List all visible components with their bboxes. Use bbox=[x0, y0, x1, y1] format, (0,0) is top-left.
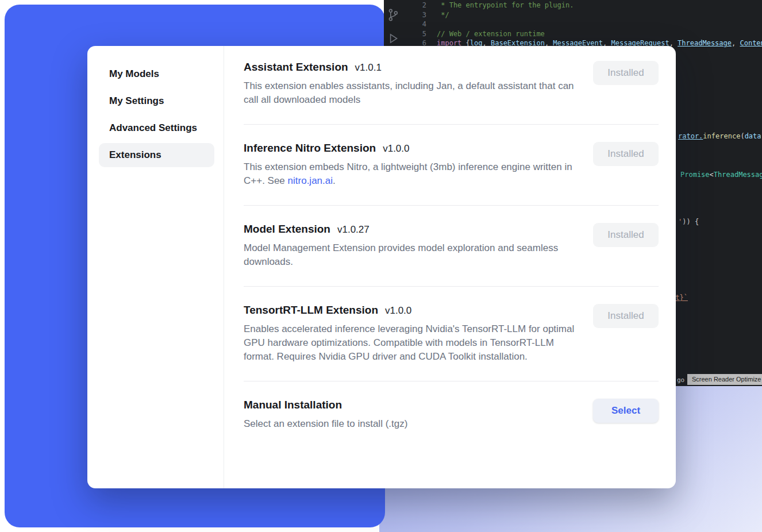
sidebar-item-extensions[interactable]: Extensions bbox=[99, 143, 214, 167]
installed-button[interactable]: Installed bbox=[593, 61, 659, 85]
nitro-jan-ai-link[interactable]: nitro.jan.ai bbox=[288, 175, 333, 186]
installed-button[interactable]: Installed bbox=[593, 304, 659, 328]
extension-description: This extension embeds Nitro, a lightweig… bbox=[244, 160, 576, 188]
extension-section-model: Model Extension v1.0.27 Model Management… bbox=[244, 206, 659, 287]
code-fragment: ')) { bbox=[678, 218, 699, 226]
extensions-list: Assistant Extension v1.0.1 This extensio… bbox=[224, 46, 676, 488]
extension-info: Inference Nitro Extension v1.0.0 This ex… bbox=[244, 142, 576, 188]
extension-section-tensorrt-llm: TensortRT-LLM Extension v1.0.0 Enables a… bbox=[244, 287, 659, 381]
extension-version: v1.0.1 bbox=[355, 62, 382, 74]
extension-info: Manual Installation Select an extension … bbox=[244, 399, 407, 431]
extension-description: This extension enables assistants, inclu… bbox=[244, 79, 576, 107]
extension-description: Enables accelerated inference leveraging… bbox=[244, 322, 576, 364]
installed-button[interactable]: Installed bbox=[593, 142, 659, 166]
extension-version: v1.0.0 bbox=[385, 305, 411, 317]
code-lines: 2 * The entrypoint for the plugin.3 */45… bbox=[384, 1, 762, 49]
description-text: . bbox=[333, 175, 336, 186]
extension-info: Assistant Extension v1.0.1 This extensio… bbox=[244, 61, 576, 107]
extension-title: TensortRT-LLM Extension bbox=[244, 304, 378, 317]
extensions-modal: My Models My Settings Advanced Settings … bbox=[87, 46, 676, 488]
sidebar-item-advanced-settings[interactable]: Advanced Settings bbox=[99, 116, 214, 140]
code-fragment: Promise<ThreadMessage> bbox=[680, 171, 762, 179]
extension-info: TensortRT-LLM Extension v1.0.0 Enables a… bbox=[244, 304, 576, 364]
statusbar-text: go bbox=[677, 376, 684, 384]
extension-description: Model Management Extension provides mode… bbox=[244, 241, 576, 269]
settings-sidebar: My Models My Settings Advanced Settings … bbox=[87, 46, 224, 488]
select-button[interactable]: Select bbox=[593, 399, 659, 423]
extension-section-inference-nitro: Inference Nitro Extension v1.0.0 This ex… bbox=[244, 125, 659, 206]
extension-description: Select an extension file to install (.tg… bbox=[244, 417, 407, 431]
code-fragment: rator.inference(data)); bbox=[678, 132, 762, 140]
extension-title: Model Extension bbox=[244, 223, 330, 236]
screen-reader-status-chip: Screen Reader Optimize bbox=[687, 374, 762, 385]
extension-title: Assistant Extension bbox=[244, 61, 348, 74]
extension-section-manual-installation: Manual Installation Select an extension … bbox=[244, 381, 659, 448]
extension-title: Inference Nitro Extension bbox=[244, 142, 376, 155]
sidebar-item-my-settings[interactable]: My Settings bbox=[99, 89, 214, 113]
extension-title: Manual Installation bbox=[244, 399, 342, 411]
extension-version: v1.0.0 bbox=[383, 143, 409, 155]
installed-button[interactable]: Installed bbox=[593, 223, 659, 247]
extension-info: Model Extension v1.0.27 Model Management… bbox=[244, 223, 576, 269]
sidebar-item-my-models[interactable]: My Models bbox=[99, 62, 214, 86]
extension-section-assistant: Assistant Extension v1.0.1 This extensio… bbox=[244, 61, 659, 125]
extension-version: v1.0.27 bbox=[337, 224, 370, 236]
